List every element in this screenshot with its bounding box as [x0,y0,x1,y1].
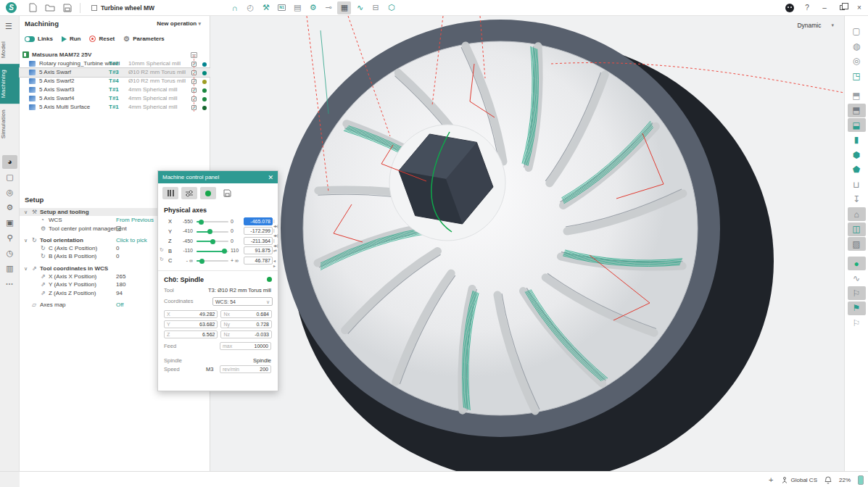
toolbar-icon[interactable]: ⊸ [322,1,336,14]
right-toolbar-icon[interactable]: ▮ [848,133,866,147]
mcp-title-bar[interactable]: Machine control panel ✕ [158,171,278,183]
axis-limit-icon[interactable]: ◂ ▸ [273,258,278,268]
setup-value[interactable]: 180 [116,280,125,288]
parameters-button[interactable]: ⚙Parameters [123,35,165,43]
toolbar-icon[interactable]: ∩ [228,1,241,14]
operation-row[interactable]: 5 Axis Swarf2 T#4 Ø10 R2 mm Torus mill ✓ [20,77,210,86]
operation-row[interactable]: 5 Axis Multi Surface T#1 4mm Spherical m… [20,103,210,112]
right-toolbar-icon[interactable]: ⚐ [848,316,866,330]
axis-position-field[interactable]: Y63.682 [164,320,218,328]
chevron-down-icon[interactable]: ∨ [24,208,28,216]
close-button[interactable]: × [851,0,868,16]
right-toolbar-icon[interactable]: ∿ [848,272,866,286]
mode-tab[interactable]: Machining [0,64,20,104]
toolbar-icon[interactable]: ◴ [244,1,257,14]
right-toolbar-icon[interactable]: ▨ [848,237,866,251]
toolbar-icon[interactable]: ⊟ [369,1,383,14]
slider-knob[interactable] [199,220,204,225]
right-toolbar-icon[interactable]: ⬒ [848,88,866,102]
operation-row[interactable]: Rotary roughing_Turbine wheel T#2 10mm S… [20,59,210,68]
new-file-icon[interactable] [26,2,39,14]
axis-normal-field[interactable]: Ny0.728 [220,320,272,328]
axis-normal-field[interactable]: Nx0.684 [220,310,272,318]
slider-knob[interactable] [199,259,204,264]
toolbar-icon[interactable]: N1 [275,1,289,14]
mode-tab[interactable]: Simulation [0,104,20,144]
open-file-icon[interactable] [44,2,57,14]
right-toolbar-icon[interactable]: ⬒ [848,104,866,117]
axis-value-field[interactable]: 91.875 [244,246,273,254]
add-button[interactable]: + [769,475,773,484]
app-logo-icon[interactable]: S [6,2,17,13]
save-file-icon[interactable] [61,2,74,14]
right-toolbar-icon[interactable]: ⬟ [848,163,866,177]
right-toolbar-icon[interactable]: ⚐ [848,286,866,300]
feed-field[interactable]: max10000 [220,342,271,350]
close-icon[interactable]: ✕ [268,174,273,181]
assistant-robot-icon[interactable] [781,0,798,16]
axis-normal-field[interactable]: Nz-0.033 [220,330,272,338]
operation-row[interactable]: 5 Axis Swarf3 T#1 4mm Spherical mill ✓ [20,86,210,94]
operation-row[interactable]: 5 Axis Swarf T#3 Ø10 R2 mm Torus mill ✓ [20,68,210,77]
setup-value[interactable]: 0 [116,252,119,260]
chevron-down-icon[interactable]: ∨ [24,236,28,244]
machine-row[interactable]: Matsuura MAM72 25V [20,51,210,59]
right-toolbar-icon[interactable]: ◫ [848,222,866,236]
record-state-button[interactable] [200,187,216,199]
help-button[interactable]: ? [798,0,816,16]
sliders-settings-button[interactable] [181,187,197,199]
mode-tab[interactable]: Model [0,36,20,64]
right-toolbar-icon[interactable]: ◍ [848,39,866,53]
links-toggle[interactable]: Links [25,36,53,42]
menu-hamburger-icon[interactable]: ☰ [5,22,14,31]
minimize-button[interactable]: – [816,0,833,16]
left-strip-icon[interactable]: ▢ [2,170,17,184]
setup-checkbox[interactable]: ✓ [116,226,121,231]
left-strip-icon[interactable]: ⚲ [2,231,17,245]
axis-slider[interactable] [197,251,228,252]
axis-slider[interactable] [197,241,228,242]
slider-knob[interactable] [222,249,227,254]
axis-value-field[interactable]: -172.299 [244,227,273,235]
setup-value[interactable]: 94 [116,289,123,297]
toolbar-icon[interactable]: ▤ [291,1,305,14]
toolbar-icon[interactable]: ⚙ [306,1,320,14]
notifications-bell-icon[interactable] [824,476,832,484]
restore-button[interactable] [833,0,851,16]
setup-value[interactable]: From Previous [116,216,154,224]
left-strip-icon[interactable]: ▥ [2,262,17,275]
left-strip-icon[interactable]: ⚙ [2,201,17,215]
left-strip-icon[interactable]: ▣ [2,216,17,230]
axis-slider[interactable] [197,260,228,262]
reset-button[interactable]: Reset [89,36,115,42]
toolbar-icon[interactable]: ∿ [353,1,367,14]
right-toolbar-icon[interactable]: ◎ [848,54,866,68]
axis-slider[interactable] [197,221,228,222]
jog-axes-button[interactable] [162,187,178,199]
right-toolbar-icon[interactable]: ● [848,257,866,270]
left-strip-icon[interactable]: ◎ [2,186,17,199]
right-toolbar-icon[interactable]: ⬓ [848,118,866,132]
left-strip-icon[interactable]: ◷ [2,246,17,260]
axis-value-field[interactable]: 46.787 [244,257,273,265]
right-toolbar-icon[interactable]: ⬢ [848,148,866,162]
axis-position-field[interactable]: Z6.562 [164,330,218,338]
chevron-down-icon[interactable]: ∨ [24,265,28,272]
right-toolbar-icon[interactable]: ↧ [848,193,866,207]
axis-limit-icon[interactable]: ⇄ [273,248,277,253]
left-strip-icon[interactable]: ••• [2,277,17,291]
setup-value[interactable]: 0 [116,244,119,252]
view-mode-dropdown[interactable]: Dynamic ▾ [797,22,834,29]
speed-field[interactable]: rev/min200 [220,365,271,373]
operation-row[interactable]: 5 Axis Swarf4 T#1 4mm Spherical mill ✓ [20,94,210,103]
save-state-button[interactable] [219,187,235,199]
viewport-3d[interactable]: Dynamic ▾ [210,16,844,471]
toolbar-icon[interactable]: ▦ [337,1,351,14]
slider-knob[interactable] [210,239,215,244]
setup-value[interactable]: 265 [116,272,125,280]
right-toolbar-icon[interactable]: ⊔ [848,178,866,191]
document-tab[interactable]: Turbine wheel MW [84,0,162,16]
axis-value-field[interactable]: -465.078 [244,217,273,225]
left-strip-icon[interactable]: ◕ [2,155,17,169]
right-toolbar-icon[interactable]: ▢ [848,25,866,38]
